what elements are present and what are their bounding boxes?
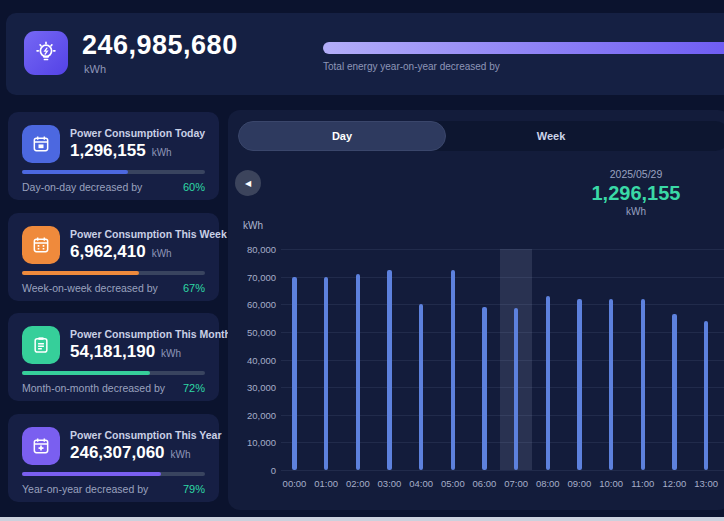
tab-day[interactable]: Day <box>238 121 446 151</box>
card-title: Power Consumption Today <box>70 127 205 139</box>
card-unit: kWh <box>161 348 181 359</box>
bar-07:00[interactable] <box>514 308 519 470</box>
bar-04:00[interactable] <box>419 304 424 470</box>
card-progress-track <box>22 271 205 275</box>
calendar-week-icon <box>22 226 60 264</box>
card-percent: 72% <box>183 382 205 394</box>
bottom-window-edge <box>0 517 724 521</box>
selected-day-value: 1,296,155 <box>560 182 712 205</box>
y-axis-tick-label: 50,000 <box>230 327 276 338</box>
bar-09:00[interactable] <box>577 299 582 470</box>
back-arrow-icon: ◀ <box>245 179 251 188</box>
y-axis-tick-label: 0 <box>230 465 276 476</box>
y-axis-tick-label: 80,000 <box>230 244 276 255</box>
calendar-day-icon <box>22 125 60 163</box>
total-energy-unit: kWh <box>84 63 106 75</box>
card-caption: Month-on-month decreased by <box>22 382 165 394</box>
card-progress-track <box>22 472 205 476</box>
tab-week[interactable]: Week <box>446 121 656 151</box>
y-axis-unit-label: kWh <box>243 220 263 231</box>
bar-12:00[interactable] <box>672 314 677 470</box>
bar-03:00[interactable] <box>387 270 392 470</box>
y-axis-tick-label: 30,000 <box>230 382 276 393</box>
bar-05:00[interactable] <box>451 270 456 470</box>
x-axis-tick-label: 13:00 <box>686 478 724 489</box>
card-title: Power Consumption This Month <box>70 328 231 340</box>
selected-day-unit: kWh <box>560 206 712 217</box>
bar-10:00[interactable] <box>609 299 614 470</box>
year-progress-bar <box>323 42 724 54</box>
gridline <box>281 470 724 471</box>
card-unit: kWh <box>152 147 172 158</box>
card-percent: 79% <box>183 483 205 495</box>
y-axis-tick-label: 70,000 <box>230 272 276 283</box>
card-power-month: Power Consumption This Month 54,181,190k… <box>8 313 219 401</box>
selected-date: 2025/05/29 <box>560 168 712 180</box>
card-percent: 67% <box>183 282 205 294</box>
card-percent: 60% <box>183 181 205 193</box>
year-progress-caption: Total energy year-on-year decreased by <box>323 61 500 72</box>
card-progress-fill <box>22 472 161 476</box>
card-power-today: Power Consumption Today 1,296,155kWh Day… <box>8 112 219 200</box>
card-progress-track <box>22 170 205 174</box>
y-axis-tick-label: 20,000 <box>230 410 276 421</box>
bar-13:00[interactable] <box>704 321 709 470</box>
bar-02:00[interactable] <box>356 274 361 470</box>
card-value: 1,296,155kWh <box>70 141 172 161</box>
bar-01:00[interactable] <box>324 277 329 470</box>
card-power-year: Power Consumption This Year 246,307,060k… <box>8 414 219 502</box>
card-progress-fill <box>22 170 128 174</box>
y-axis-tick-label: 10,000 <box>230 437 276 448</box>
card-title: Power Consumption This Week <box>70 228 227 240</box>
card-value: 6,962,410kWh <box>70 242 172 262</box>
lightbulb-icon <box>24 31 68 75</box>
y-axis-tick-label: 40,000 <box>230 355 276 366</box>
calendar-year-icon <box>22 427 60 465</box>
card-unit: kWh <box>171 449 191 460</box>
bar-08:00[interactable] <box>546 296 551 470</box>
card-unit: kWh <box>152 248 172 259</box>
total-energy-value: 246,985,680 <box>82 30 238 61</box>
bar-00:00[interactable] <box>292 277 297 470</box>
card-progress-track <box>22 371 205 375</box>
card-caption: Year-on-year decreased by <box>22 483 148 495</box>
card-title: Power Consumption This Year <box>70 429 222 441</box>
card-progress-fill <box>22 371 150 375</box>
card-caption: Day-on-day decreased by <box>22 181 142 193</box>
bar-11:00[interactable] <box>641 299 646 470</box>
card-power-week: Power Consumption This Week 6,962,410kWh… <box>8 213 219 301</box>
card-value: 54,181,190kWh <box>70 342 181 362</box>
previous-day-button[interactable]: ◀ <box>235 170 261 196</box>
y-axis-tick-label: 60,000 <box>230 299 276 310</box>
clipboard-list-icon <box>22 326 60 364</box>
selected-day-info: 2025/05/29 1,296,155 kWh <box>560 168 712 217</box>
bar-06:00[interactable] <box>482 307 487 470</box>
card-value: 246,307,060kWh <box>70 443 191 463</box>
card-caption: Week-on-week decreased by <box>22 282 158 294</box>
card-progress-fill <box>22 271 139 275</box>
